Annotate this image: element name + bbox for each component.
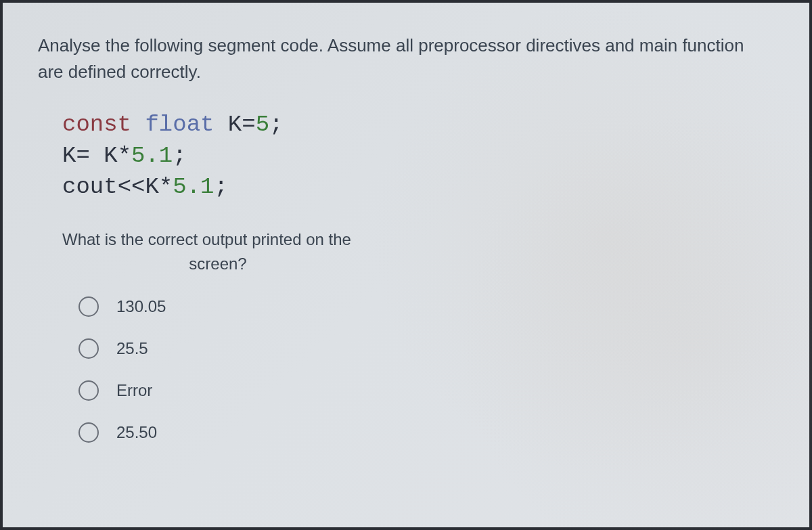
option-row[interactable]: 25.5 xyxy=(78,338,774,359)
semicolon: ; xyxy=(214,174,227,200)
code-line-2: K= K*5.1; xyxy=(62,141,774,172)
op-insert: << xyxy=(118,174,145,200)
sub-question-line-1: What is the correct output printed on th… xyxy=(62,227,414,252)
op-mul: * xyxy=(159,174,173,200)
semicolon: ; xyxy=(173,143,186,169)
radio-icon[interactable] xyxy=(78,296,99,317)
keyword-const: const xyxy=(62,112,131,137)
code-line-1: const float K=5; xyxy=(62,110,774,141)
question-card: Analyse the following segment code. Assu… xyxy=(0,0,812,491)
var-k: K xyxy=(214,112,242,137)
op-eq: = xyxy=(76,143,104,169)
radio-icon[interactable] xyxy=(78,380,99,401)
op-eq: = xyxy=(242,112,255,137)
literal-5-1: 5.1 xyxy=(173,174,214,200)
op-mul: * xyxy=(118,143,131,169)
question-instruction: Analyse the following segment code. Assu… xyxy=(38,32,755,85)
option-label[interactable]: 130.05 xyxy=(116,297,166,316)
code-line-3: cout<<K*5.1; xyxy=(62,172,774,203)
options-group: 130.05 25.5 Error 25.50 xyxy=(78,296,774,443)
option-row[interactable]: 25.50 xyxy=(78,422,774,443)
var-k: K xyxy=(62,143,76,169)
option-label[interactable]: Error xyxy=(116,381,152,400)
option-label[interactable]: 25.5 xyxy=(116,339,148,358)
var-k: K xyxy=(145,174,158,200)
option-label[interactable]: 25.50 xyxy=(116,423,157,442)
radio-icon[interactable] xyxy=(78,422,99,443)
literal-5-1: 5.1 xyxy=(131,143,173,169)
literal-5: 5 xyxy=(256,112,269,137)
sub-question-line-2: screen? xyxy=(62,252,374,276)
var-k: K xyxy=(104,143,117,169)
identifier-cout: cout xyxy=(62,174,118,200)
semicolon: ; xyxy=(269,112,283,137)
sub-question: What is the correct output printed on th… xyxy=(62,227,414,276)
option-row[interactable]: Error xyxy=(78,380,774,401)
radio-icon[interactable] xyxy=(78,338,99,359)
code-block: const float K=5; K= K*5.1; cout<<K*5.1; xyxy=(62,110,774,203)
keyword-type: float xyxy=(131,112,214,137)
option-row[interactable]: 130.05 xyxy=(78,296,774,317)
